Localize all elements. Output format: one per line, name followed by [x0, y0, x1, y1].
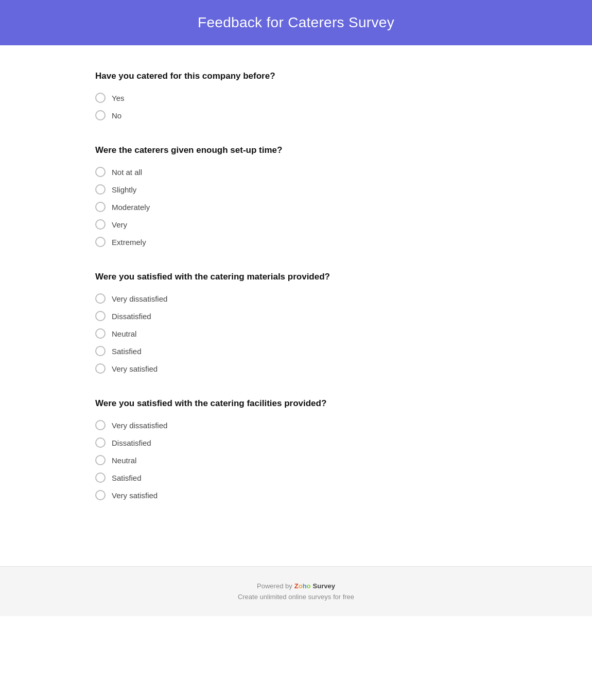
survey-word: Survey — [313, 582, 335, 590]
option-label-2-4: Very — [112, 220, 127, 229]
option-label-3-4: Satisfied — [112, 347, 142, 356]
option-label-2-1: Not at all — [112, 168, 142, 177]
radio-2-2[interactable] — [95, 184, 106, 195]
option-label-2-5: Extremely — [112, 238, 146, 247]
list-item[interactable]: Very dissatisfied — [95, 293, 497, 304]
radio-3-5[interactable] — [95, 363, 106, 374]
option-label-4-5: Very satisfied — [112, 491, 158, 500]
options-list-2: Not at allSlightlyModeratelyVeryExtremel… — [95, 167, 497, 247]
option-label-2-3: Moderately — [112, 203, 150, 212]
list-item[interactable]: Extremely — [95, 237, 497, 247]
option-label-2-2: Slightly — [112, 185, 136, 194]
question-block-2: Were the caterers given enough set-up ti… — [95, 145, 497, 247]
list-item[interactable]: Satisfied — [95, 472, 497, 483]
option-label-3-2: Dissatisfied — [112, 312, 151, 321]
radio-2-1[interactable] — [95, 167, 106, 177]
list-item[interactable]: Very satisfied — [95, 363, 497, 374]
list-item[interactable]: Very satisfied — [95, 490, 497, 500]
option-label-3-5: Very satisfied — [112, 364, 158, 373]
list-item[interactable]: Very dissatisfied — [95, 420, 497, 430]
option-label-3-1: Very dissatisfied — [112, 294, 167, 303]
radio-1-1[interactable] — [95, 93, 106, 103]
question-block-1: Have you catered for this company before… — [95, 71, 497, 120]
question-block-3: Were you satisfied with the catering mat… — [95, 272, 497, 374]
radio-3-1[interactable] — [95, 293, 106, 304]
radio-3-4[interactable] — [95, 346, 106, 356]
radio-4-5[interactable] — [95, 490, 106, 500]
option-label-4-3: Neutral — [112, 456, 136, 465]
zoho-letter-o2: o — [307, 582, 311, 590]
radio-1-2[interactable] — [95, 110, 106, 120]
list-item[interactable]: Slightly — [95, 184, 497, 195]
question-text-4: Were you satisfied with the catering fac… — [95, 398, 497, 409]
question-block-4: Were you satisfied with the catering fac… — [95, 398, 497, 500]
option-label-4-2: Dissatisfied — [112, 439, 151, 447]
options-list-1: YesNo — [95, 93, 497, 120]
radio-4-4[interactable] — [95, 472, 106, 483]
list-item[interactable]: Satisfied — [95, 346, 497, 356]
survey-footer: Powered by Zoho Survey Create unlimited … — [0, 566, 592, 616]
radio-2-4[interactable] — [95, 219, 106, 230]
survey-header: Feedback for Caterers Survey — [0, 0, 592, 45]
zoho-letter-z: Z — [294, 582, 299, 590]
powered-by-line: Powered by Zoho Survey — [10, 582, 582, 590]
options-list-3: Very dissatisfiedDissatisfiedNeutralSati… — [95, 293, 497, 374]
radio-3-2[interactable] — [95, 311, 106, 321]
radio-2-3[interactable] — [95, 202, 106, 212]
powered-by-text: Powered by — [257, 582, 292, 590]
zoho-letter-h: h — [303, 582, 307, 590]
zoho-logo: Zoho — [294, 582, 311, 590]
radio-4-1[interactable] — [95, 420, 106, 430]
list-item[interactable]: No — [95, 110, 497, 120]
survey-title: Feedback for Caterers Survey — [10, 14, 582, 31]
survey-body: Have you catered for this company before… — [64, 45, 528, 546]
list-item[interactable]: Very — [95, 219, 497, 230]
zoho-letter-o1: o — [299, 582, 303, 590]
list-item[interactable]: Moderately — [95, 202, 497, 212]
radio-4-2[interactable] — [95, 437, 106, 448]
option-label-4-1: Very dissatisfied — [112, 421, 167, 430]
option-label-4-4: Satisfied — [112, 474, 142, 482]
question-text-3: Were you satisfied with the catering mat… — [95, 272, 497, 282]
radio-2-5[interactable] — [95, 237, 106, 247]
options-list-4: Very dissatisfiedDissatisfiedNeutralSati… — [95, 420, 497, 500]
option-label-1-1: Yes — [112, 94, 124, 102]
list-item[interactable]: Dissatisfied — [95, 437, 497, 448]
radio-4-3[interactable] — [95, 455, 106, 465]
list-item[interactable]: Neutral — [95, 455, 497, 465]
list-item[interactable]: Yes — [95, 93, 497, 103]
question-text-2: Were the caterers given enough set-up ti… — [95, 145, 497, 155]
radio-3-3[interactable] — [95, 328, 106, 339]
list-item[interactable]: Dissatisfied — [95, 311, 497, 321]
list-item[interactable]: Neutral — [95, 328, 497, 339]
option-label-1-2: No — [112, 111, 121, 120]
list-item[interactable]: Not at all — [95, 167, 497, 177]
question-text-1: Have you catered for this company before… — [95, 71, 497, 81]
option-label-3-3: Neutral — [112, 329, 136, 338]
footer-subtitle: Create unlimited online surveys for free — [10, 593, 582, 601]
